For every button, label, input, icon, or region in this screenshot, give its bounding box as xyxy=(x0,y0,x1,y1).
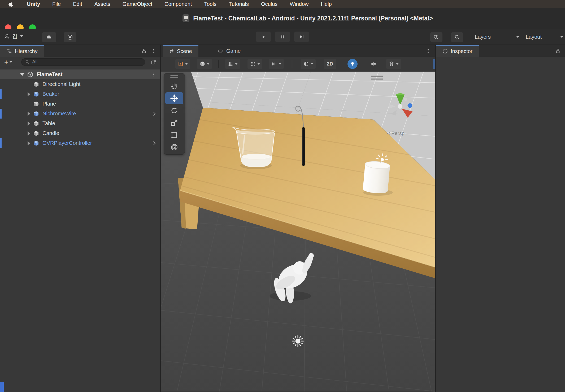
collapse-arrow-icon[interactable] xyxy=(20,73,24,76)
menu-help[interactable]: Help xyxy=(315,1,338,7)
gamepad-icon xyxy=(218,48,224,54)
scene-tools-overlay xyxy=(164,73,185,155)
2d-label: 2D xyxy=(327,61,333,67)
prefab-indicator-bar xyxy=(0,138,2,148)
menu-file[interactable]: File xyxy=(46,1,67,7)
macos-menubar: Unity File Edit Assets GameObject Compon… xyxy=(0,0,565,8)
apple-logo-icon[interactable] xyxy=(8,1,14,7)
expand-arrow-icon[interactable] xyxy=(28,141,30,145)
hierarchy-item-label: Candle xyxy=(42,130,59,136)
scale-tool-button[interactable] xyxy=(165,117,183,129)
menu-unity[interactable]: Unity xyxy=(21,1,46,7)
toggle-2d-button[interactable]: 2D xyxy=(324,59,336,69)
lock-icon[interactable] xyxy=(141,48,147,54)
tab-scene[interactable]: Scene xyxy=(163,45,198,57)
hierarchy-item-label: Plane xyxy=(42,101,56,107)
scene-menu-kebab-icon[interactable] xyxy=(425,48,431,54)
expand-arrow-icon[interactable] xyxy=(28,121,30,126)
hierarchy-menu-kebab-icon[interactable] xyxy=(151,48,157,54)
effects-dropdown[interactable] xyxy=(386,59,401,69)
version-control-icon xyxy=(67,34,73,40)
tab-inspector[interactable]: Inspector xyxy=(436,45,479,57)
hierarchy-search-input[interactable] xyxy=(32,59,142,65)
expand-arrow-icon[interactable] xyxy=(28,112,30,116)
move-icon xyxy=(170,94,178,102)
expand-arrow-icon[interactable] xyxy=(28,92,30,96)
hierarchy-item-directional-light[interactable]: Directional Light xyxy=(0,79,160,89)
perspective-label[interactable]: < Persp xyxy=(387,130,405,136)
account-button[interactable]: 김 xyxy=(4,33,23,40)
create-object-button[interactable]: + xyxy=(4,59,8,66)
scene-audio-toggle[interactable] xyxy=(368,59,379,69)
hierarchy-item-candle[interactable]: Candle xyxy=(0,128,160,138)
handle-orientation-dropdown[interactable] xyxy=(197,59,212,69)
tab-hierarchy[interactable]: Hierarchy xyxy=(0,45,44,57)
hierarchy-item-table[interactable]: Table xyxy=(0,119,160,128)
game-tab-label: Game xyxy=(226,48,241,54)
menu-oculus[interactable]: Oculus xyxy=(255,1,284,7)
menu-tools[interactable]: Tools xyxy=(198,1,223,7)
lock-icon[interactable] xyxy=(555,48,561,54)
snap-increment-dropdown[interactable] xyxy=(269,59,284,69)
scene-lighting-toggle[interactable] xyxy=(347,59,358,69)
rect-tool-icon xyxy=(170,131,178,139)
light-bulb-icon xyxy=(350,61,355,67)
gameobject-cube-icon xyxy=(33,130,39,137)
hierarchy-item-ovrplayercontroller[interactable]: OVRPlayerController xyxy=(0,138,160,148)
global-search-button[interactable] xyxy=(451,32,463,42)
transform-icon xyxy=(170,143,178,151)
layout-caret-icon xyxy=(560,36,563,38)
play-button[interactable] xyxy=(256,32,271,42)
menu-edit[interactable]: Edit xyxy=(67,1,88,7)
hierarchy-item-label: NichromeWire xyxy=(42,111,76,117)
move-tool-button[interactable] xyxy=(165,92,183,104)
scene-menu-kebab-icon[interactable] xyxy=(151,71,157,78)
tab-game[interactable]: Game xyxy=(211,45,247,57)
version-control-button[interactable] xyxy=(64,32,76,42)
pause-button[interactable] xyxy=(275,32,290,42)
menu-assets[interactable]: Assets xyxy=(88,1,116,7)
scene-viewport[interactable]: < Persp xyxy=(161,71,435,392)
overflow-tool-sliver[interactable] xyxy=(433,59,435,69)
hierarchy-item-beaker[interactable]: Beaker xyxy=(0,89,160,99)
rotate-tool-button[interactable] xyxy=(165,104,183,116)
account-caret-icon xyxy=(20,35,23,37)
inspector-tabbar: Inspector xyxy=(436,45,565,57)
prefab-open-arrow-icon[interactable] xyxy=(152,111,157,116)
layers-caret-icon xyxy=(516,36,519,38)
grid-snapping-dropdown[interactable] xyxy=(247,59,262,69)
rotate-icon xyxy=(170,107,178,115)
rect-tool-button[interactable] xyxy=(165,129,183,141)
hierarchy-scene-row[interactable]: FlameTest xyxy=(0,69,160,79)
hierarchy-item-plane[interactable]: Plane xyxy=(0,99,160,109)
hidden-panel-selection xyxy=(0,382,4,392)
prefab-indicator-bar xyxy=(0,109,2,119)
tool-settings-dropdown[interactable] xyxy=(175,59,190,69)
palette-drag-handle[interactable] xyxy=(164,73,185,80)
unity-main-toolbar: 김 Layers xyxy=(0,29,565,45)
transform-tool-button[interactable] xyxy=(165,141,183,153)
menu-gameobject[interactable]: GameObject xyxy=(116,1,158,7)
magnifier-icon xyxy=(25,59,30,65)
layers-dropdown[interactable]: Layers xyxy=(475,32,519,42)
menu-component[interactable]: Component xyxy=(158,1,198,7)
hand-tool-button[interactable] xyxy=(165,80,183,92)
hierarchy-toolbar: + xyxy=(0,57,160,67)
step-button[interactable] xyxy=(294,32,309,42)
draw-mode-dropdown[interactable] xyxy=(301,59,316,69)
hierarchy-item-label: OVRPlayerController xyxy=(42,140,92,146)
hierarchy-item-nichromewire[interactable]: NichromeWire xyxy=(0,109,160,119)
hierarchy-search-box[interactable] xyxy=(21,58,145,66)
undo-history-button[interactable] xyxy=(430,32,442,42)
scene-tab-label: Scene xyxy=(177,48,192,54)
cloud-services-button[interactable] xyxy=(42,32,56,42)
scene-tabbar: Scene Game xyxy=(161,45,435,57)
hierarchy-icon xyxy=(6,48,12,54)
menu-tutorials[interactable]: Tutorials xyxy=(223,1,255,7)
open-in-window-icon[interactable] xyxy=(151,59,157,65)
expand-arrow-icon[interactable] xyxy=(28,131,30,136)
grid-visibility-dropdown[interactable] xyxy=(225,59,240,69)
prefab-open-arrow-icon[interactable] xyxy=(152,141,157,146)
menu-window[interactable]: Window xyxy=(284,1,315,7)
layout-dropdown[interactable]: Layout xyxy=(526,32,563,42)
